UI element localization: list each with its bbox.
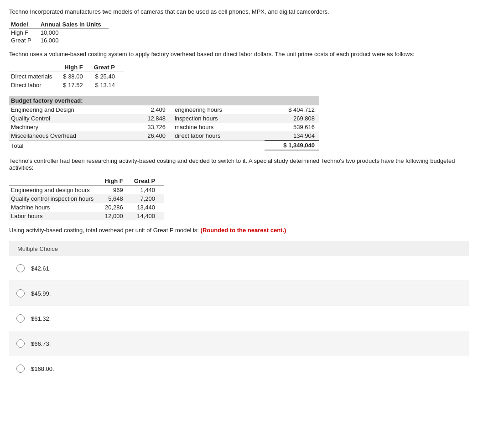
mc-radio-a[interactable]	[16, 264, 25, 272]
overhead-unit: engineering hours	[173, 105, 265, 114]
sales-col-model: Model	[9, 21, 39, 29]
overhead-section-header: Budget factory overhead:	[9, 96, 319, 105]
overhead-total-label: Total	[9, 141, 133, 151]
activity-cell: 12,000	[103, 212, 132, 220]
mc-option-label-e: $168.00.	[31, 365, 54, 372]
mc-option-label-c: $61.32.	[31, 315, 51, 322]
overhead-amount: 269,808	[265, 114, 319, 123]
question-red: (Rounded to the nearest cent.)	[201, 227, 286, 234]
overhead-amount: 539,616	[265, 123, 319, 131]
desc2-text: Techno's controller had been researching…	[9, 157, 469, 171]
activity-cell: 13,440	[132, 203, 164, 212]
mc-option-e[interactable]: $168.00.	[9, 356, 469, 381]
mc-option-a[interactable]: $42.61.	[9, 256, 469, 281]
mc-option-label-a: $42.61.	[31, 265, 51, 272]
question-main: Using activity-based costing, total over…	[9, 227, 201, 234]
overhead-unit: inspection hours	[173, 114, 265, 123]
overhead-qty: 12,848	[133, 114, 173, 123]
mc-option-c[interactable]: $61.32.	[9, 306, 469, 331]
desc1-text: Techno uses a volume-based costing syste…	[9, 51, 469, 57]
overhead-label: Miscellaneous Overhead	[9, 131, 133, 141]
activity-header: Great P	[132, 177, 164, 186]
overhead-label: Machinery	[9, 123, 133, 131]
overhead-unit: machine hours	[173, 123, 265, 131]
prime-cell: Direct materials	[9, 72, 61, 81]
activity-cell: Machine hours	[9, 203, 103, 212]
mc-radio-c[interactable]	[16, 314, 25, 323]
overhead-unit: direct labor hours	[173, 131, 265, 141]
sales-cell: 10,000	[39, 29, 109, 37]
prime-costs-table: High FGreat PDirect materials$ 38.00$ 25…	[9, 63, 124, 89]
sales-col-units: Annual Sales in Units	[39, 21, 109, 29]
activity-cell: 14,400	[132, 212, 164, 220]
mc-radio-b[interactable]	[16, 289, 25, 297]
sales-cell: 16,000	[39, 36, 109, 44]
activity-cell: 1,440	[132, 186, 164, 195]
overhead-table: Budget factory overhead:Engineering and …	[9, 96, 319, 151]
activity-header: High F	[103, 177, 132, 186]
mc-option-b[interactable]: $45.99.	[9, 281, 469, 306]
activity-header	[9, 177, 103, 186]
prime-cell: $ 13.14	[92, 81, 124, 89]
overhead-amount: 134,904	[265, 131, 319, 141]
prime-header-0	[9, 63, 61, 72]
overhead-total-value: $ 1,349,040	[265, 141, 319, 151]
mc-label: Multiple Choice	[17, 245, 461, 252]
prime-cell: Direct labor	[9, 81, 61, 89]
activity-cell: 969	[103, 186, 132, 195]
overhead-qty: 2,409	[133, 105, 173, 114]
mc-option-label-d: $66.73.	[31, 340, 51, 347]
mc-option-label-b: $45.99.	[31, 290, 51, 297]
mc-option-d[interactable]: $66.73.	[9, 331, 469, 356]
mc-options: $42.61.$45.99.$61.32.$66.73.$168.00.	[9, 256, 469, 381]
activity-cell: 5,648	[103, 194, 132, 203]
overhead-label: Engineering and Design	[9, 105, 133, 114]
mc-radio-e[interactable]	[16, 365, 25, 373]
overhead-label: Quality Control	[9, 114, 133, 123]
overhead-qty: 26,400	[133, 131, 173, 141]
overhead-amount: $ 404,712	[265, 105, 319, 114]
activity-table: High FGreat PEngineering and design hour…	[9, 177, 164, 220]
intro-text: Techno Incorporated manufactures two mod…	[9, 8, 469, 15]
overhead-qty: 33,726	[133, 123, 173, 131]
mc-radio-d[interactable]	[16, 339, 25, 348]
prime-cell: $ 25.40	[92, 72, 124, 81]
sales-cell: High F	[9, 29, 39, 37]
prime-cell: $ 38.00	[61, 72, 92, 81]
activity-cell: Labor hours	[9, 212, 103, 220]
prime-header-1: High F	[61, 63, 92, 72]
activity-cell: Engineering and design hours	[9, 186, 103, 195]
question-text: Using activity-based costing, total over…	[9, 227, 469, 234]
mc-section: Multiple Choice	[9, 241, 469, 256]
prime-cell: $ 17.52	[61, 81, 92, 89]
sales-table: Model Annual Sales in Units High F10,000…	[9, 21, 109, 44]
activity-cell: Quality control inspection hours	[9, 194, 103, 203]
prime-header-2: Great P	[92, 63, 124, 72]
sales-cell: Great P	[9, 36, 39, 44]
activity-cell: 20,286	[103, 203, 132, 212]
activity-cell: 7,200	[132, 194, 164, 203]
